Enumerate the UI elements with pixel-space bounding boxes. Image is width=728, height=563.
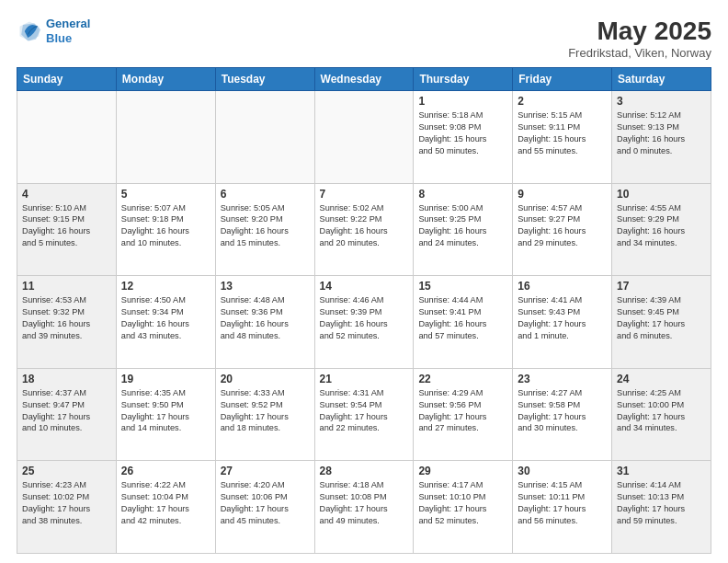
table-row: 21Sunrise: 4:31 AM Sunset: 9:54 PM Dayli…	[314, 368, 414, 461]
logo-general: General	[46, 17, 90, 30]
day-number: 30	[518, 465, 607, 477]
day-number: 8	[418, 188, 507, 201]
calendar-week-row: 4Sunrise: 5:10 AM Sunset: 9:15 PM Daylig…	[17, 183, 711, 276]
day-info: Sunrise: 4:15 AM Sunset: 10:11 PM Daylig…	[518, 479, 607, 527]
table-row: 13Sunrise: 4:48 AM Sunset: 9:36 PM Dayli…	[215, 276, 314, 369]
col-sunday: Sunday	[17, 68, 117, 91]
table-row: 23Sunrise: 4:27 AM Sunset: 9:58 PM Dayli…	[513, 368, 612, 461]
table-row: 9Sunrise: 4:57 AM Sunset: 9:27 PM Daylig…	[513, 183, 612, 276]
day-number: 24	[617, 373, 706, 385]
table-row: 28Sunrise: 4:18 AM Sunset: 10:08 PM Dayl…	[314, 461, 414, 554]
col-saturday: Saturday	[612, 68, 711, 91]
day-info: Sunrise: 4:25 AM Sunset: 10:00 PM Daylig…	[617, 387, 706, 435]
day-info: Sunrise: 4:53 AM Sunset: 9:32 PM Dayligh…	[22, 294, 111, 342]
day-number: 6	[221, 188, 310, 201]
table-row: 4Sunrise: 5:10 AM Sunset: 9:15 PM Daylig…	[17, 183, 117, 276]
day-info: Sunrise: 5:00 AM Sunset: 9:25 PM Dayligh…	[418, 202, 507, 250]
table-row: 14Sunrise: 4:46 AM Sunset: 9:39 PM Dayli…	[314, 276, 414, 369]
day-info: Sunrise: 5:02 AM Sunset: 9:22 PM Dayligh…	[320, 202, 409, 250]
day-number: 22	[418, 373, 507, 385]
day-number: 14	[320, 280, 409, 293]
day-info: Sunrise: 4:22 AM Sunset: 10:04 PM Daylig…	[121, 479, 210, 527]
title-month: May 2025	[568, 17, 711, 46]
table-row: 11Sunrise: 4:53 AM Sunset: 9:32 PM Dayli…	[17, 276, 117, 369]
col-tuesday: Tuesday	[215, 68, 314, 91]
table-row: 27Sunrise: 4:20 AM Sunset: 10:06 PM Dayl…	[215, 461, 314, 554]
day-number: 17	[617, 280, 706, 293]
table-row: 22Sunrise: 4:29 AM Sunset: 9:56 PM Dayli…	[414, 368, 513, 461]
day-info: Sunrise: 4:48 AM Sunset: 9:36 PM Dayligh…	[221, 294, 310, 342]
day-info: Sunrise: 5:12 AM Sunset: 9:13 PM Dayligh…	[617, 109, 706, 157]
calendar-week-row: 11Sunrise: 4:53 AM Sunset: 9:32 PM Dayli…	[17, 276, 711, 369]
day-info: Sunrise: 4:18 AM Sunset: 10:08 PM Daylig…	[320, 479, 409, 527]
page: General Blue May 2025 Fredrikstad, Viken…	[0, 0, 728, 563]
table-row: 30Sunrise: 4:15 AM Sunset: 10:11 PM Dayl…	[513, 461, 612, 554]
table-row: 10Sunrise: 4:55 AM Sunset: 9:29 PM Dayli…	[612, 183, 711, 276]
day-number: 13	[221, 280, 310, 293]
day-info: Sunrise: 4:35 AM Sunset: 9:50 PM Dayligh…	[121, 387, 210, 435]
table-row: 25Sunrise: 4:23 AM Sunset: 10:02 PM Dayl…	[17, 461, 117, 554]
col-friday: Friday	[513, 68, 612, 91]
day-number: 31	[617, 465, 706, 477]
day-info: Sunrise: 4:29 AM Sunset: 9:56 PM Dayligh…	[418, 387, 507, 435]
calendar-week-row: 25Sunrise: 4:23 AM Sunset: 10:02 PM Dayl…	[17, 461, 711, 554]
day-info: Sunrise: 5:15 AM Sunset: 9:11 PM Dayligh…	[518, 109, 607, 157]
day-number: 9	[518, 188, 607, 201]
logo-blue: Blue	[46, 31, 72, 45]
day-number: 27	[221, 465, 310, 477]
table-row: 16Sunrise: 4:41 AM Sunset: 9:43 PM Dayli…	[513, 276, 612, 369]
day-info: Sunrise: 4:44 AM Sunset: 9:41 PM Dayligh…	[418, 294, 507, 342]
table-row: 7Sunrise: 5:02 AM Sunset: 9:22 PM Daylig…	[314, 183, 414, 276]
day-number: 10	[617, 188, 706, 201]
title-block: May 2025 Fredrikstad, Viken, Norway	[568, 17, 711, 60]
day-number: 26	[121, 465, 210, 477]
day-info: Sunrise: 4:17 AM Sunset: 10:10 PM Daylig…	[418, 479, 507, 527]
day-info: Sunrise: 4:33 AM Sunset: 9:52 PM Dayligh…	[221, 387, 310, 435]
calendar-week-row: 18Sunrise: 4:37 AM Sunset: 9:47 PM Dayli…	[17, 368, 711, 461]
calendar-header-row: Sunday Monday Tuesday Wednesday Thursday…	[17, 68, 711, 91]
day-number: 25	[22, 465, 111, 477]
header: General Blue May 2025 Fredrikstad, Viken…	[17, 17, 711, 60]
day-number: 11	[22, 280, 111, 293]
day-number: 28	[320, 465, 409, 477]
col-thursday: Thursday	[414, 68, 513, 91]
table-row: 24Sunrise: 4:25 AM Sunset: 10:00 PM Dayl…	[612, 368, 711, 461]
calendar-table: Sunday Monday Tuesday Wednesday Thursday…	[17, 67, 711, 554]
table-row: 1Sunrise: 5:18 AM Sunset: 9:08 PM Daylig…	[414, 91, 513, 184]
day-info: Sunrise: 4:50 AM Sunset: 9:34 PM Dayligh…	[121, 294, 210, 342]
table-row: 26Sunrise: 4:22 AM Sunset: 10:04 PM Dayl…	[116, 461, 215, 554]
day-number: 23	[518, 373, 607, 385]
day-info: Sunrise: 5:10 AM Sunset: 9:15 PM Dayligh…	[22, 202, 111, 250]
logo-text: General Blue	[46, 17, 90, 45]
table-row: 29Sunrise: 4:17 AM Sunset: 10:10 PM Dayl…	[414, 461, 513, 554]
col-monday: Monday	[116, 68, 215, 91]
table-row	[116, 91, 215, 184]
day-number: 18	[22, 373, 111, 385]
day-info: Sunrise: 4:23 AM Sunset: 10:02 PM Daylig…	[22, 479, 111, 527]
table-row: 31Sunrise: 4:14 AM Sunset: 10:13 PM Dayl…	[612, 461, 711, 554]
day-number: 2	[518, 95, 607, 108]
day-number: 15	[418, 280, 507, 293]
logo-icon	[17, 18, 42, 44]
day-number: 5	[121, 188, 210, 201]
day-number: 12	[121, 280, 210, 293]
table-row	[17, 91, 117, 184]
day-info: Sunrise: 5:05 AM Sunset: 9:20 PM Dayligh…	[221, 202, 310, 250]
day-number: 7	[320, 188, 409, 201]
table-row: 17Sunrise: 4:39 AM Sunset: 9:45 PM Dayli…	[612, 276, 711, 369]
day-number: 19	[121, 373, 210, 385]
day-number: 3	[617, 95, 706, 108]
day-info: Sunrise: 4:37 AM Sunset: 9:47 PM Dayligh…	[22, 387, 111, 435]
day-number: 16	[518, 280, 607, 293]
day-info: Sunrise: 5:07 AM Sunset: 9:18 PM Dayligh…	[121, 202, 210, 250]
title-location: Fredrikstad, Viken, Norway	[568, 46, 711, 60]
table-row: 6Sunrise: 5:05 AM Sunset: 9:20 PM Daylig…	[215, 183, 314, 276]
day-info: Sunrise: 4:41 AM Sunset: 9:43 PM Dayligh…	[518, 294, 607, 342]
table-row: 3Sunrise: 5:12 AM Sunset: 9:13 PM Daylig…	[612, 91, 711, 184]
day-number: 4	[22, 188, 111, 201]
day-info: Sunrise: 4:57 AM Sunset: 9:27 PM Dayligh…	[518, 202, 607, 250]
day-number: 21	[320, 373, 409, 385]
table-row	[314, 91, 414, 184]
table-row: 2Sunrise: 5:15 AM Sunset: 9:11 PM Daylig…	[513, 91, 612, 184]
logo: General Blue	[17, 17, 90, 45]
